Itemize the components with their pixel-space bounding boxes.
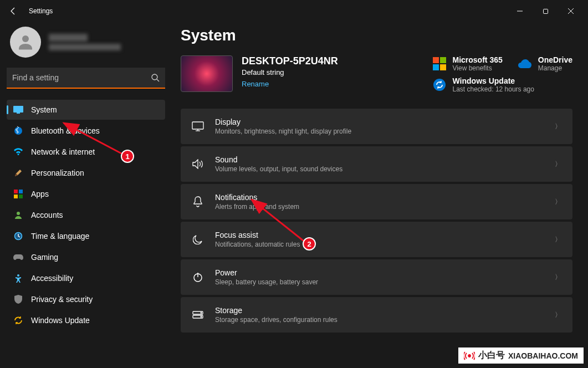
annotation-badge-1: 1 (121, 150, 134, 163)
onedrive-icon (518, 57, 531, 70)
chevron-right-icon: 〉 (555, 235, 561, 244)
window-title: Settings (29, 7, 53, 15)
svg-rect-13 (19, 195, 23, 198)
tile-title: OneDrive (538, 55, 572, 64)
nav-accessibility[interactable]: Accessibility (7, 268, 165, 288)
power-icon (192, 271, 204, 283)
chevron-right-icon: 〉 (555, 310, 561, 320)
setting-title: Notifications (215, 193, 299, 202)
tile-title: Windows Update (453, 76, 534, 85)
chevron-right-icon: 〉 (555, 122, 561, 131)
setting-focus[interactable]: Focus assistNotifications, automatic rul… (181, 222, 572, 257)
setting-desc: Storage space, drives, configuration rul… (215, 316, 338, 324)
broadcast-icon (464, 350, 475, 361)
watermark-en: XIAOBAIHAO.COM (508, 351, 578, 360)
setting-title: Focus assist (215, 231, 300, 239)
device-sub: Default string (242, 68, 338, 76)
setting-sound[interactable]: SoundVolume levels, output, input, sound… (181, 146, 572, 182)
nav-bluetooth[interactable]: Bluetooth & devices (7, 121, 165, 141)
display-icon (192, 120, 204, 132)
nav-privacy[interactable]: Privacy & security (7, 289, 165, 309)
nav-personalization[interactable]: Personalization (7, 163, 165, 183)
tile-onedrive[interactable]: OneDriveManage (518, 55, 572, 72)
setting-power[interactable]: PowerSleep, battery usage, battery saver… (181, 259, 572, 295)
search-input[interactable] (7, 68, 165, 89)
device-header: DESKTOP-5P2U4NR Default string Rename Mi… (181, 55, 572, 93)
search-box[interactable] (7, 68, 165, 89)
tile-microsoft365[interactable]: Microsoft 365View benefits (433, 55, 503, 72)
nav-label: Personalization (31, 168, 84, 177)
watermark-cn: 小白号 (478, 350, 505, 361)
update-icon (13, 315, 23, 325)
setting-storage[interactable]: StorageStorage space, drives, configurat… (181, 297, 572, 333)
wifi-icon (13, 147, 23, 157)
svg-rect-10 (14, 190, 18, 193)
tile-windows-update[interactable]: Windows UpdateLast checked: 12 hours ago (433, 76, 573, 93)
svg-rect-1 (543, 9, 548, 13)
setting-desc: Alerts from apps and system (215, 203, 299, 211)
setting-desc: Volume levels, output, input, sound devi… (215, 165, 342, 173)
nav-label: Gaming (31, 253, 58, 262)
setting-notifications[interactable]: NotificationsAlerts from apps and system… (181, 184, 572, 219)
storage-icon (192, 309, 204, 321)
svg-point-9 (14, 127, 22, 135)
nav-label: Time & language (31, 232, 89, 241)
annotation-badge-2: 2 (303, 237, 316, 251)
search-icon (151, 73, 160, 82)
back-button[interactable] (4, 2, 22, 20)
device-image (181, 55, 233, 92)
nav-label: System (31, 105, 57, 114)
svg-point-18 (433, 79, 446, 91)
chevron-right-icon: 〉 (555, 273, 561, 282)
tile-title: Microsoft 365 (453, 55, 503, 64)
moon-icon (192, 233, 204, 246)
setting-desc: Notifications, automatic rules (215, 241, 300, 248)
nav-network[interactable]: Network & internet (7, 142, 165, 162)
svg-rect-11 (19, 190, 23, 193)
nav-gaming[interactable]: Gaming (7, 247, 165, 267)
svg-point-27 (201, 316, 202, 318)
content-pane: System DESKTOP-5P2U4NR Default string Re… (172, 22, 588, 368)
nav-apps[interactable]: Apps (7, 184, 165, 204)
svg-rect-19 (192, 122, 203, 129)
page-title: System (181, 27, 572, 44)
chevron-right-icon: 〉 (555, 197, 561, 207)
minimize-button[interactable] (507, 2, 533, 20)
maximize-button[interactable] (533, 2, 558, 20)
svg-line-6 (157, 79, 159, 81)
sidebar: System Bluetooth & devices Network & int… (0, 22, 172, 368)
rename-link[interactable]: Rename (242, 80, 269, 88)
setting-title: Storage (215, 306, 338, 315)
close-button[interactable] (558, 2, 584, 20)
nav-accounts[interactable]: Accounts (7, 205, 165, 225)
svg-point-17 (17, 274, 19, 277)
microsoft-logo-icon (433, 57, 446, 70)
apps-icon (13, 189, 23, 199)
profile-section[interactable] (7, 27, 165, 58)
device-name: DESKTOP-5P2U4NR (242, 55, 338, 67)
nav-label: Bluetooth & devices (31, 126, 100, 135)
tile-sub: Manage (538, 64, 572, 72)
tile-sub: Last checked: 12 hours ago (453, 85, 534, 93)
settings-list: DisplayMonitors, brightness, night light… (181, 109, 572, 333)
tile-sub: View benefits (453, 64, 503, 72)
watermark-footer: 小白号 XIAOBAIHAO.COM (458, 347, 584, 364)
setting-desc: Monitors, brightness, night light, displ… (215, 127, 351, 135)
bell-icon (192, 196, 204, 208)
setting-title: Display (215, 117, 351, 126)
accessibility-icon (13, 273, 23, 283)
nav-time[interactable]: Time & language (7, 226, 165, 246)
avatar (10, 27, 41, 58)
nav-label: Accessibility (31, 274, 73, 283)
paintbrush-icon (13, 168, 23, 178)
setting-desc: Sleep, battery usage, battery saver (215, 278, 318, 286)
nav-update[interactable]: Windows Update (7, 310, 165, 330)
sync-icon (433, 78, 446, 91)
svg-rect-7 (13, 106, 23, 113)
svg-point-4 (22, 35, 29, 42)
nav-system[interactable]: System (7, 100, 165, 120)
setting-display[interactable]: DisplayMonitors, brightness, night light… (181, 109, 572, 144)
svg-point-31 (468, 355, 471, 357)
svg-point-5 (152, 74, 157, 80)
setting-title: Power (215, 268, 318, 277)
